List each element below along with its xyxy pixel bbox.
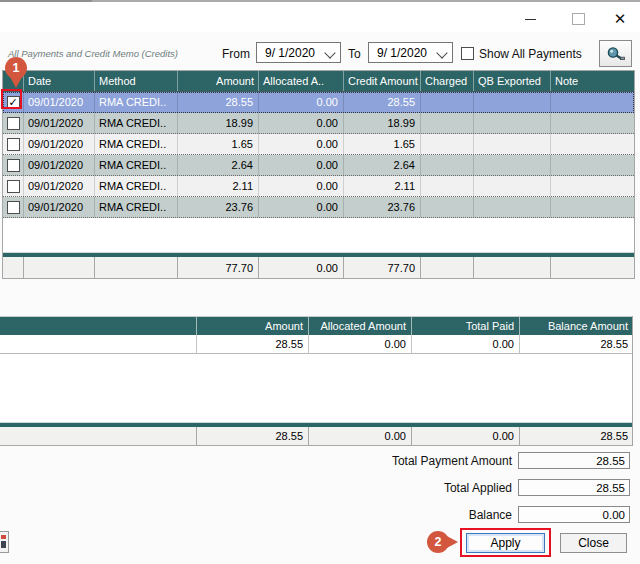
table-row[interactable]: ✓09/01/2020RMA CREDI..28.550.0028.55	[3, 92, 634, 113]
cell-qb-exported	[474, 92, 551, 112]
totals-empty	[421, 257, 474, 278]
cell-qb-exported	[474, 155, 551, 175]
row-checkbox[interactable]	[7, 159, 20, 172]
partial-toolbar-button[interactable]	[0, 531, 9, 553]
from-date-select[interactable]: 9/ 1/2020	[256, 42, 341, 63]
totals-empty	[24, 257, 95, 278]
cell-date: 09/01/2020	[24, 113, 95, 133]
cell-allocated: 0.00	[259, 134, 344, 154]
cell-credit-amount: 28.55	[344, 92, 421, 112]
row-checkbox[interactable]	[7, 117, 20, 130]
totals-amount: 28.55	[197, 427, 309, 445]
cell-amount: 18.99	[178, 113, 259, 133]
table-row[interactable]: 09/01/2020RMA CREDI..2.640.002.64	[3, 155, 634, 176]
table-empty-area	[0, 354, 632, 422]
total-applied-label: Total Applied	[312, 481, 512, 495]
cell-qb-exported	[474, 134, 551, 154]
cell-date: 09/01/2020	[24, 197, 95, 217]
cell-amount: 28.55	[197, 335, 309, 353]
cell-note	[551, 92, 634, 112]
table-row[interactable]: 09/01/2020RMA CREDI..23.760.0023.76	[3, 197, 634, 218]
header-charged[interactable]: Charged	[421, 71, 474, 91]
totals-empty	[474, 257, 551, 278]
header-allocated-amount[interactable]: Allocated Amount	[309, 317, 412, 335]
cell-allocated: 0.00	[259, 176, 344, 196]
show-all-payments-checkbox[interactable]	[461, 47, 474, 60]
cell-credit-amount: 23.76	[344, 197, 421, 217]
cell-charged	[421, 92, 474, 112]
header-qb-exported[interactable]: QB Exported	[474, 71, 551, 91]
header-amount[interactable]: Amount	[178, 71, 259, 91]
header-amount[interactable]: Amount	[197, 317, 309, 335]
cell-method: RMA CREDI..	[95, 134, 178, 154]
row-checkbox[interactable]	[7, 201, 20, 214]
totals-amount: 77.70	[178, 257, 259, 278]
cell-amount: 2.64	[178, 155, 259, 175]
show-all-payments-label: Show All Payments	[479, 47, 582, 61]
table-row[interactable]: 09/01/2020RMA CREDI..18.990.0018.99	[3, 113, 634, 134]
cell-blank	[0, 335, 197, 353]
cell-charged	[421, 113, 474, 133]
row-checkbox[interactable]	[7, 138, 20, 151]
cell-balance-amount: 28.55	[520, 335, 633, 353]
minimize-icon[interactable]	[512, 8, 548, 30]
to-label: To	[348, 47, 361, 61]
step2-highlight-rect	[460, 528, 551, 557]
cell-amount: 2.11	[178, 176, 259, 196]
invoice-row[interactable]: 28.55 0.00 0.00 28.55	[0, 335, 632, 354]
cell-date: 09/01/2020	[24, 134, 95, 154]
cell-note	[551, 113, 634, 133]
checkbox-cell	[3, 176, 24, 196]
checkbox-cell	[3, 197, 24, 217]
cell-method: RMA CREDI..	[95, 113, 178, 133]
payments-table-header: Date Method Amount Allocated A.. Credit …	[3, 71, 634, 92]
cell-amount: 28.55	[178, 92, 259, 112]
cell-charged	[421, 176, 474, 196]
cell-qb-exported	[474, 176, 551, 196]
checkbox-cell	[3, 134, 24, 154]
total-payment-amount-field: 28.55	[518, 452, 630, 469]
close-icon[interactable]: ✕	[602, 8, 638, 30]
cell-allocated: 0.00	[259, 197, 344, 217]
cell-amount: 1.65	[178, 134, 259, 154]
header-note[interactable]: Note	[551, 71, 634, 91]
cell-method: RMA CREDI..	[95, 92, 178, 112]
header-blank	[0, 317, 197, 335]
table-empty-area	[3, 218, 634, 252]
maximize-icon[interactable]	[560, 8, 596, 30]
cell-note	[551, 176, 634, 196]
table-row[interactable]: 09/01/2020RMA CREDI..2.110.002.11	[3, 176, 634, 197]
cell-credit-amount: 18.99	[344, 113, 421, 133]
payments-table: Date Method Amount Allocated A.. Credit …	[2, 70, 635, 279]
cell-charged	[421, 155, 474, 175]
invoice-totals-row: 28.55 0.00 0.00 28.55	[0, 427, 632, 446]
cell-date: 09/01/2020	[24, 92, 95, 112]
from-date-value: 9/ 1/2020	[265, 46, 315, 60]
table-row[interactable]: 09/01/2020RMA CREDI..1.650.001.65	[3, 134, 634, 155]
cell-note	[551, 155, 634, 175]
total-payment-amount-label: Total Payment Amount	[312, 454, 512, 468]
chevron-down-icon	[436, 47, 447, 58]
to-date-select[interactable]: 9/ 1/2020	[368, 42, 453, 63]
lookup-button[interactable]	[599, 40, 632, 67]
header-total-paid[interactable]: Total Paid	[412, 317, 520, 335]
close-button[interactable]: Close	[560, 533, 627, 553]
totals-credit-amount: 77.70	[344, 257, 421, 278]
step2-badge: 2	[427, 531, 449, 553]
header-balance-amount[interactable]: Balance Amount	[520, 317, 633, 335]
totals-balance-amount: 28.55	[520, 427, 633, 445]
header-date[interactable]: Date	[24, 71, 95, 91]
totals-blank	[0, 427, 197, 445]
row-checkbox[interactable]	[7, 180, 20, 193]
cell-date: 09/01/2020	[24, 155, 95, 175]
header-method[interactable]: Method	[95, 71, 178, 91]
header-credit-amount[interactable]: Credit Amount	[344, 71, 421, 91]
invoice-table: Amount Allocated Amount Total Paid Balan…	[0, 316, 633, 446]
checkbox-cell	[3, 113, 24, 133]
totals-total-paid: 0.00	[412, 427, 520, 445]
cell-amount: 23.76	[178, 197, 259, 217]
header-allocated-amount[interactable]: Allocated A..	[259, 71, 344, 91]
cell-note	[551, 197, 634, 217]
cell-method: RMA CREDI..	[95, 197, 178, 217]
cell-qb-exported	[474, 113, 551, 133]
